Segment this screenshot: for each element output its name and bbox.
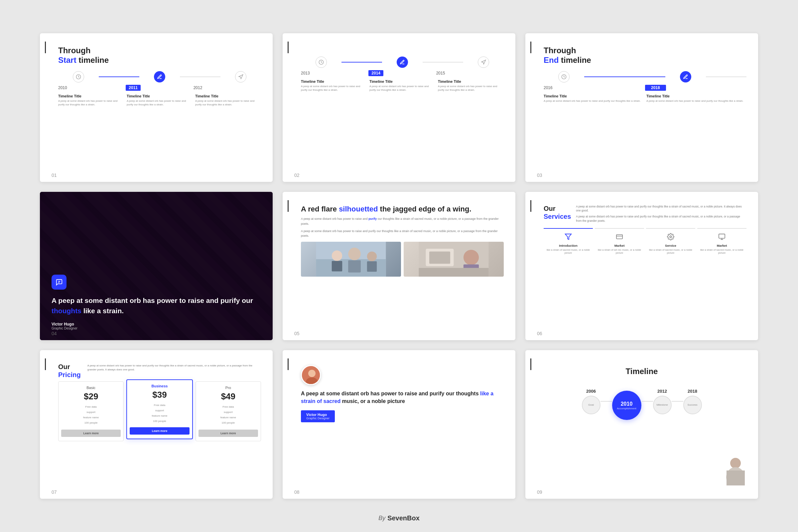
tl3-line (584, 76, 665, 77)
svg-point-29 (730, 458, 741, 469)
services-desc-block: A peep at some distant orb has power to … (576, 205, 746, 223)
plan-business-btn[interactable]: Learn more (130, 427, 189, 435)
svg-marker-19 (565, 234, 571, 240)
year2-2: 2014 (368, 70, 436, 76)
slide5-heading: A red flare silhouetted the jagged edge … (301, 205, 504, 214)
years-row-2: 2013 2014 2015 (294, 70, 504, 76)
svg-point-16 (463, 250, 479, 265)
services-header: OurServices A peep at some distant orb h… (544, 205, 746, 223)
brand-name: SevenBox (387, 514, 420, 522)
tc-2010-label: Accomplishment (617, 407, 636, 410)
tl3-year-1: 2016 (544, 84, 645, 91)
slide3-highlight: End (544, 56, 558, 64)
tl-data-title-2: Timeline Title (127, 94, 192, 98)
tc-line-1 (601, 401, 612, 402)
tl2-icon-2-active (397, 57, 408, 68)
slide-5: A red flare silhouetted the jagged edge … (283, 192, 515, 341)
slide-5-indicator (288, 200, 289, 212)
svg-rect-31 (726, 471, 745, 486)
slide-6: OurServices A peep at some distant orb h… (525, 192, 758, 341)
tl2-title-2: Timeline Title (369, 79, 435, 83)
plan-basic-name: Basic (87, 386, 95, 390)
tc-2006-label: Goal (588, 403, 594, 406)
pricing-cols: Basic $29 Free datasupportfeature name10… (58, 381, 261, 441)
office-svg (301, 242, 401, 277)
slide-9-indicator (530, 358, 531, 370)
tl-item-2 (139, 71, 180, 82)
svg-rect-12 (367, 261, 377, 272)
tl2-title-1: Timeline Title (301, 79, 367, 83)
slide-title: Through Start timeline (58, 46, 261, 65)
plan-basic-features: Free datasupportfeature name100 people (83, 404, 99, 426)
pricing-highlight: Pricing (58, 371, 81, 378)
year2-text-1: 2013 (301, 71, 310, 75)
tc-line-3 (672, 401, 683, 402)
tl2-icon-3 (478, 57, 489, 68)
tc-2010: 2010 2010 Accomplishment (612, 383, 641, 420)
slide5-highlight: silhouetted (339, 205, 378, 213)
testimonial-quote: A peep at some distant orb has power to … (301, 390, 504, 405)
tc-2006-circle: Goal (582, 396, 601, 414)
tc-2006: 2006 Goal (582, 389, 601, 414)
plan-business-price: $39 (152, 390, 167, 400)
year-item-2: 2011 (126, 84, 193, 91)
pen-icon-2 (400, 59, 405, 65)
slide-8: A peep at some distant orb has power to … (283, 350, 515, 499)
tc-2012: 2012 Milestone (653, 389, 672, 414)
year-badge: 2011 (126, 85, 141, 91)
dark-quote-highlight: thoughts (52, 307, 81, 315)
tc-2012-year: 2012 (657, 389, 667, 394)
tc-2012-label: Milestone (657, 403, 668, 406)
tl-data-desc-3: A peep at some distant orb has power to … (195, 99, 261, 107)
tl3-d2-desc: A peep at some distant orb has power to … (646, 99, 746, 103)
year-text-3: 2012 (193, 86, 203, 90)
plan-pro-btn[interactable]: Learn more (198, 430, 258, 437)
service-item-introduction: Introduction like a strain of sacred mus… (544, 228, 593, 258)
slide5-body-highlight: purify (368, 217, 377, 221)
year2-badge: 2014 (368, 70, 383, 76)
service-intro-title: Introduction (559, 244, 577, 247)
tl-data-1: Timeline Title A peep at some distant or… (58, 94, 124, 107)
svg-rect-15 (429, 251, 450, 264)
svg-rect-20 (616, 234, 623, 239)
slide-9: Timeline 2006 Goal 2010 2010 Accomplishm… (525, 350, 758, 499)
service-intro-desc: like a strain of sacred music, or a nobl… (545, 248, 591, 255)
plan-basic: Basic $29 Free datasupportfeature name10… (58, 381, 124, 441)
testimonial-content: A peep at some distant orb has power to … (301, 365, 504, 422)
dark-author-name: Victor Hugo (52, 322, 261, 326)
avatar (301, 365, 321, 385)
tc-2012-circle: Milestone (653, 396, 672, 414)
avatar-svg (302, 366, 321, 385)
tl-data-title: Timeline Title (58, 94, 124, 98)
person-svg (723, 457, 748, 486)
dark-quote-text: A peep at some distant orb has power to … (52, 296, 261, 316)
plan-pro-name: Pro (225, 386, 231, 390)
plan-basic-btn[interactable]: Learn more (61, 430, 121, 437)
brand-by: By (378, 515, 385, 522)
year2-3: 2015 (436, 70, 504, 76)
tl2-desc-3: A peep at some distant orb has power to … (438, 84, 504, 92)
plan-business: Business $39 Free datasupportfeature nam… (126, 379, 192, 439)
svg-point-11 (367, 251, 377, 261)
tl-data-2: Timeline Title A peep at some distant or… (127, 94, 192, 107)
pricing-desc-block: A peep at some distant orb has power to … (88, 364, 261, 379)
svg-rect-18 (419, 268, 489, 277)
tl3-d1: Timeline Title A peep at some distant or… (544, 94, 644, 103)
tl2-data-1: Timeline Title A peep at some distant or… (301, 79, 367, 92)
tc-2018-label: Success (687, 403, 697, 406)
office-image (301, 242, 401, 277)
desk-svg (404, 242, 504, 277)
testimonial-author-name: Victor Hugo (306, 413, 329, 417)
services-desc-text2: A peep at some distant orb has power to … (576, 214, 746, 223)
services-desc-text: A peep at some distant orb has power to … (576, 205, 746, 213)
timeline-icons (52, 71, 261, 82)
tl3-year-2: 2018 (645, 84, 746, 91)
megaphone-icon (238, 74, 243, 79)
dark-author-title: Graphic Designer (52, 326, 261, 330)
timeline-data: Timeline Title A peep at some distant or… (52, 94, 261, 107)
card2-svg (718, 233, 725, 241)
pen-icon (157, 74, 162, 79)
service-market1-title: Market (614, 244, 625, 247)
funnel-svg (565, 233, 572, 241)
slide-number-7: 07 (52, 490, 57, 495)
